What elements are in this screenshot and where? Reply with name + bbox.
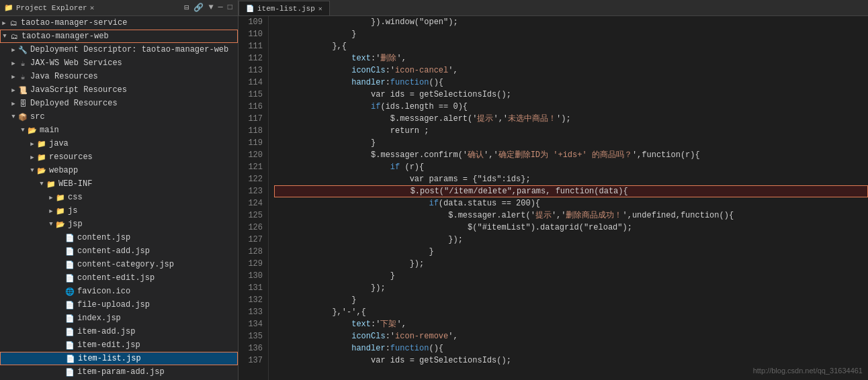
tree-label-src: src [30,112,45,122]
line-num-119: 119 [244,137,263,149]
tree-item-jsp[interactable]: 📂jsp [0,218,238,231]
tree-item-content-add.jsp[interactable]: 📄content-add.jsp [0,244,238,258]
tab-close-btn[interactable]: ✕ [318,5,322,13]
code-line-136: handler:function(){ [274,342,868,354]
code-token: function [390,342,429,354]
tree-item-jax-ws[interactable]: ☕JAX-WS Web Services [0,56,238,70]
tree-item-javascript-resources[interactable]: 📜JavaScript Resources [0,83,238,97]
code-line-111: },{ [274,40,868,52]
tree-item-item-param-add.jsp[interactable]: 📄item-param-add.jsp [0,365,238,379]
code-token: }).window("open"); [274,16,458,28]
tree-item-content-edit.jsp[interactable]: 📄content-edit.jsp [0,271,238,285]
code-line-120: $.messager.confirm('确认','确定删除ID为 '+ids+'… [274,149,868,161]
link-editor-btn[interactable]: 🔗 [192,2,205,13]
tree-item-item-list.jsp[interactable]: 📄item-list.jsp [0,352,238,365]
code-line-117: $.messager.alert('提示','未选中商品！'); [274,113,868,125]
tree-label-js: js [68,206,77,216]
code-token: handler [351,77,385,89]
tree-item-main[interactable]: 📂main [0,124,238,137]
tree-item-index.jsp[interactable]: 📄index.jsp [0,312,238,325]
code-token [274,342,351,354]
tree-item-WEB-INF[interactable]: 📁WEB-INF [0,177,238,191]
view-menu-btn[interactable]: ▼ [207,2,214,13]
tree-item-taotao-manager-web[interactable]: 🗂taotao-manager-web [0,30,238,43]
code-line-123: $.post("/item/delete",params, function(d… [274,185,868,197]
tree-icon-file-upload.jsp: 📄 [64,299,75,310]
tree-arrow-taotao-manager-web [1,33,9,40]
tree-item-file-upload.jsp[interactable]: 📄file-upload.jsp [0,298,238,312]
tree-item-deployed-resources[interactable]: 🗄Deployed Resources [0,97,238,110]
line-numbers: 1091101111121131141151161171181191201211… [238,16,269,380]
tree-item-js[interactable]: 📁js [0,204,238,218]
maximize-btn[interactable]: □ [226,2,234,13]
line-num-124: 124 [244,197,263,209]
line-num-120: 120 [244,149,263,161]
editor-tab[interactable]: 📄 item-list.jsp ✕ [238,1,330,15]
tree-icon-favicon.ico: 🌐 [64,286,75,297]
tree-icon-src: 📦 [17,111,28,122]
tree-item-taotao-manager-service[interactable]: 🗂taotao-manager-service [0,16,238,30]
code-token: ',undefined,function(){ [622,209,734,222]
tree-item-webapp[interactable]: 📂webapp [0,164,238,177]
code-token: (data.status == 200){ [439,197,540,209]
code-token: :' [371,318,380,330]
code-line-119: } [274,137,868,149]
tree-arrow-java [28,140,36,148]
tree-label-content-category.jsp: content-category.jsp [77,260,174,269]
tree-arrow-jsp [47,221,55,228]
tree-icon-css: 📁 [55,192,66,203]
code-token: 确认 [468,149,484,161]
code-line-133: },'-',{ [274,306,868,318]
code-token: } [274,28,356,40]
tree-icon-resources: 📁 [36,152,47,162]
tree-item-deployment-descriptor[interactable]: 🔧Deployment Descriptor: taotao-manager-w… [0,43,238,56]
tree-arrow-css [47,194,55,201]
line-num-122: 122 [244,173,263,185]
code-token: icon-remove [395,330,448,342]
code-line-129: }); [274,258,868,270]
tree-icon-item-param-add.jsp: 📄 [64,367,75,377]
code-line-110: } [274,28,868,40]
tree-arrow-WEB-INF [38,181,46,187]
tree-item-item-edit.jsp[interactable]: 📄item-edit.jsp [0,338,238,352]
code-content[interactable]: }).window("open"); } },{ text:'删除', icon… [269,16,868,380]
tree-item-favicon.ico[interactable]: 🌐favicon.ico [0,285,238,298]
code-token: if [429,197,438,209]
code-token: iconCls [351,64,385,77]
tree-item-src[interactable]: 📦src [0,110,238,124]
code-line-115: var ids = getSelectionsIds(); [274,89,868,101]
line-num-136: 136 [244,342,263,354]
tree-label-jsp: jsp [68,220,83,229]
code-token: text [351,318,371,330]
tree-item-item-add.jsp[interactable]: 📄item-add.jsp [0,325,238,338]
tree-icon-java: 📁 [36,138,47,149]
code-line-122: var params = {"ids":ids}; [274,173,868,185]
code-token: },{ [274,40,347,52]
code-token: } [274,270,395,282]
tree-label-java: java [49,139,69,148]
code-token: text [351,52,371,64]
panel-close-icon[interactable]: ✕ [90,3,95,12]
code-line-135: iconCls:'icon-remove', [274,330,868,342]
code-line-121: if (r){ [274,161,868,173]
line-num-109: 109 [244,16,263,28]
tree-item-java[interactable]: 📁java [0,137,238,150]
tree-item-content.jsp[interactable]: 📄content.jsp [0,231,238,244]
code-token: 下架 [380,318,396,330]
code-line-124: if(data.status == 200){ [274,197,868,209]
minimize-btn[interactable]: — [217,2,224,13]
code-line-131: }); [274,282,868,294]
code-token [274,101,371,113]
tree-item-content-category.jsp[interactable]: 📄content-category.jsp [0,258,238,271]
tree-item-resources[interactable]: 📁resources [0,150,238,164]
code-line-130: } [274,270,868,282]
tree-label-jax-ws: JAX-WS Web Services [30,58,122,68]
tree-item-css[interactable]: 📁css [0,191,238,204]
line-num-114: 114 [244,77,263,89]
tree-label-css: css [68,193,83,202]
tree-arrow-main [19,127,27,134]
tree-item-java-resources[interactable]: ☕Java Resources [0,70,238,83]
collapse-all-btn[interactable]: ⊟ [183,2,190,13]
code-token: }); [274,282,386,294]
code-line-118: return ; [274,125,868,137]
